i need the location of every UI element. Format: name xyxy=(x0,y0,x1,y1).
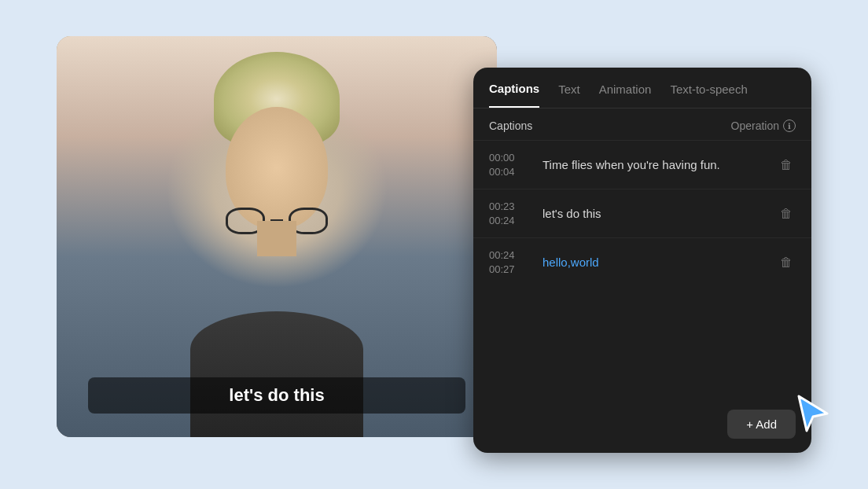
video-caption-text: let's do this xyxy=(229,385,324,405)
time-end-1: 00:04 xyxy=(489,166,530,178)
video-placeholder: let's do this xyxy=(57,36,497,437)
time-start-1: 00:00 xyxy=(489,152,530,164)
delete-icon-3[interactable]: 🗑 xyxy=(777,252,796,273)
caption-row[interactable]: 00:00 00:04 Time flies when you're havin… xyxy=(473,141,811,189)
time-col-1: 00:00 00:04 xyxy=(489,152,530,178)
col-operation-area: Operation ℹ xyxy=(731,119,796,132)
person-neck xyxy=(257,221,296,256)
person-body xyxy=(190,311,363,437)
caption-text-3[interactable]: hello,world xyxy=(542,256,764,269)
col-captions-label: Captions xyxy=(489,119,532,132)
person-face xyxy=(226,107,328,229)
captions-panel: Captions Text Animation Text-to-speech C… xyxy=(473,68,811,453)
delete-icon-2[interactable]: 🗑 xyxy=(777,204,796,224)
delete-icon-1[interactable]: 🗑 xyxy=(777,155,796,175)
time-start-3: 00:24 xyxy=(489,249,530,261)
table-header: Captions Operation ℹ xyxy=(473,108,811,141)
caption-text-2[interactable]: let's do this xyxy=(542,207,764,220)
video-panel: let's do this xyxy=(57,36,497,437)
tab-animation[interactable]: Animation xyxy=(599,83,652,107)
tab-text[interactable]: Text xyxy=(558,83,580,107)
time-start-2: 00:23 xyxy=(489,200,530,212)
tabs-header: Captions Text Animation Text-to-speech xyxy=(473,68,811,108)
caption-text-1[interactable]: Time flies when you're having fun. xyxy=(542,158,764,171)
add-btn-row: + Add xyxy=(473,399,811,453)
caption-row[interactable]: 00:24 00:27 hello,world 🗑 xyxy=(473,238,811,286)
video-caption-overlay: let's do this xyxy=(88,377,465,414)
time-end-3: 00:27 xyxy=(489,263,530,275)
time-end-2: 00:24 xyxy=(489,215,530,226)
svg-marker-0 xyxy=(799,396,827,431)
tab-captions[interactable]: Captions xyxy=(489,82,539,108)
col-operation-label: Operation xyxy=(731,119,779,132)
time-col-3: 00:24 00:27 xyxy=(489,249,530,275)
info-icon[interactable]: ℹ xyxy=(783,119,796,132)
main-container: let's do this Captions Text Animation Te… xyxy=(57,36,811,453)
caption-row[interactable]: 00:23 00:24 let's do this 🗑 xyxy=(473,189,811,238)
cursor-arrow xyxy=(793,393,833,437)
add-button[interactable]: + Add xyxy=(727,410,796,439)
time-col-2: 00:23 00:24 xyxy=(489,200,530,226)
tab-tts[interactable]: Text-to-speech xyxy=(670,83,747,107)
captions-list: 00:00 00:04 Time flies when you're havin… xyxy=(473,141,811,399)
